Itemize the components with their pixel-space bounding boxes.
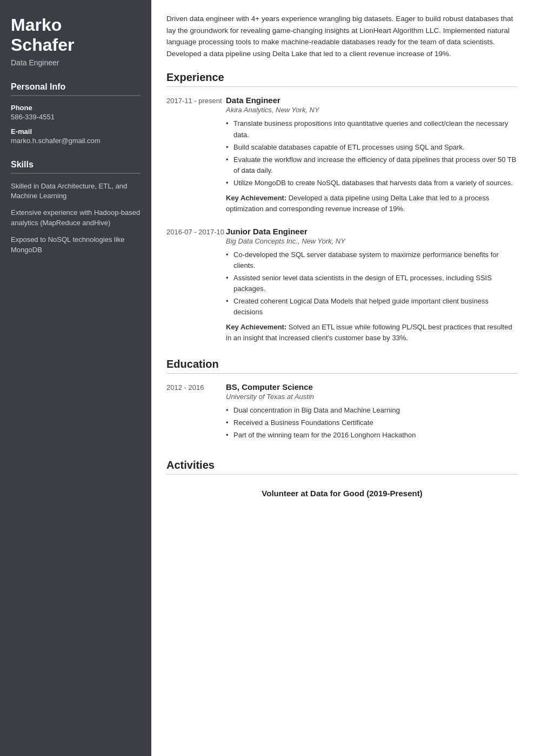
main-content: Driven data engineer with 4+ years exper…: [151, 0, 535, 756]
bullet: Evaluate the workflow and increase the e…: [226, 154, 518, 176]
bullet: Co-developed the SQL server database sys…: [226, 249, 518, 271]
experience-content-1: Data Engineer Akira Analytics, New York,…: [226, 96, 518, 214]
bullet: Utilize MongoDB to create NoSQL database…: [226, 178, 518, 188]
personal-info-heading: Personal Info: [11, 82, 141, 96]
bullet: Build scalable databases capable of ETL …: [226, 142, 518, 153]
education-entry-1: 2012 - 2016 BS, Computer Science Univers…: [166, 382, 518, 445]
bullet: Dual concentration in Big Data and Machi…: [226, 405, 518, 416]
skills-section: Skills Skilled in Data Architecture, ETL…: [11, 160, 141, 255]
activities-section: Activities Volunteer at Data for Good (2…: [166, 459, 518, 503]
key-achievement-label: Key Achievement:: [226, 194, 289, 202]
experience-content-2: Junior Data Engineer Big Data Concepts I…: [226, 227, 518, 344]
experience-entry-2: 2016-07 - 2017-10 Junior Data Engineer B…: [166, 227, 518, 344]
activities-entry-1: Volunteer at Data for Good (2019-Present…: [166, 483, 518, 503]
key-achievement-1: Key Achievement: Developed a data pipeli…: [226, 193, 518, 214]
experience-section: Experience 2017-11 - present Data Engine…: [166, 71, 518, 343]
experience-bullets-1: Translate business propositions into qua…: [226, 118, 518, 188]
bullet: Received a Business Foundations Certific…: [226, 417, 518, 428]
phone-label: Phone: [11, 104, 141, 112]
sidebar: Marko Schafer Data Engineer Personal Inf…: [0, 0, 151, 756]
skill-item: Skilled in Data Architecture, ETL, and M…: [11, 181, 141, 202]
experience-entry-1: 2017-11 - present Data Engineer Akira An…: [166, 96, 518, 214]
skill-item: Exposed to NoSQL technologies like Mongo…: [11, 235, 141, 255]
experience-company-2: Big Data Concepts Inc., New York, NY: [226, 237, 518, 245]
education-title-1: BS, Computer Science: [226, 382, 518, 392]
skill-item: Extensive experience with Hadoop-based a…: [11, 208, 141, 228]
email-value: marko.h.schafer@gmail.com: [11, 137, 141, 145]
email-label: E-mail: [11, 127, 141, 136]
bullet: Translate business propositions into qua…: [226, 118, 518, 140]
activities-heading: Activities: [166, 459, 518, 475]
experience-dates-2: 2016-07 - 2017-10: [166, 227, 226, 344]
experience-title-2: Junior Data Engineer: [226, 227, 518, 236]
experience-company-1: Akira Analytics, New York, NY: [226, 106, 518, 114]
experience-heading: Experience: [166, 71, 518, 87]
phone-value: 586-339-4551: [11, 113, 141, 121]
key-achievement-2: Key Achievement: Solved an ETL issue whi…: [226, 322, 518, 343]
key-achievement-label-2: Key Achievement:: [226, 323, 289, 331]
personal-info-section: Personal Info Phone 586-339-4551 E-mail …: [11, 82, 141, 145]
candidate-title: Data Engineer: [11, 58, 141, 67]
summary-text: Driven data engineer with 4+ years exper…: [166, 13, 518, 59]
experience-dates-1: 2017-11 - present: [166, 96, 226, 214]
education-section: Education 2012 - 2016 BS, Computer Scien…: [166, 358, 518, 445]
skills-heading: Skills: [11, 160, 141, 174]
experience-bullets-2: Co-developed the SQL server database sys…: [226, 249, 518, 318]
education-dates-1: 2012 - 2016: [166, 382, 226, 445]
experience-title-1: Data Engineer: [226, 96, 518, 105]
candidate-name: Marko Schafer: [11, 15, 141, 55]
education-content-1: BS, Computer Science University of Texas…: [226, 382, 518, 445]
bullet: Created coherent Logical Data Models tha…: [226, 296, 518, 318]
education-heading: Education: [166, 358, 518, 374]
education-bullets-1: Dual concentration in Big Data and Machi…: [226, 405, 518, 441]
education-institution-1: University of Texas at Austin: [226, 393, 518, 401]
bullet: Part of the winning team for the 2016 Lo…: [226, 430, 518, 441]
bullet: Assisted senior level data scientists in…: [226, 273, 518, 294]
